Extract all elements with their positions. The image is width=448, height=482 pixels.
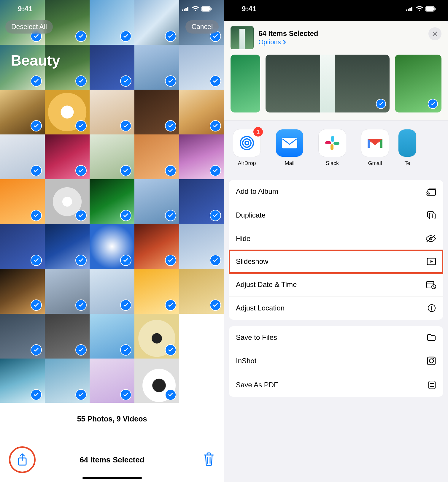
home-indicator: [82, 477, 142, 479]
photo-cell[interactable]: [134, 314, 179, 359]
photo-cell[interactable]: [179, 224, 224, 269]
photo-cell[interactable]: [90, 359, 134, 403]
svg-rect-3: [187, 7, 188, 11]
action-label: Add to Album: [236, 187, 278, 196]
photo-cell[interactable]: [0, 134, 45, 179]
close-icon: [432, 31, 438, 37]
preview-item[interactable]: [266, 55, 390, 112]
photo-cell[interactable]: [179, 314, 224, 359]
preview-item[interactable]: [231, 55, 260, 112]
photo-cell[interactable]: [45, 314, 90, 359]
photo-cell[interactable]: [45, 134, 90, 179]
photo-cell[interactable]: [0, 269, 45, 314]
app-label: Gmail: [368, 160, 382, 167]
app-share-row[interactable]: 1 AirDrop Mail Sla: [224, 120, 448, 173]
action-hide[interactable]: Hide: [229, 227, 443, 250]
action-adjust-location[interactable]: Adjust Location: [229, 297, 443, 320]
action-add-to-album[interactable]: Add to Album: [229, 180, 443, 203]
photo-cell[interactable]: [179, 90, 224, 134]
svg-rect-37: [433, 358, 434, 359]
battery-icon: [425, 6, 436, 12]
svg-rect-1: [184, 9, 185, 11]
eye-slash-icon: [425, 235, 436, 242]
info-circle-icon: [427, 304, 436, 313]
photo-cell[interactable]: [90, 90, 134, 134]
photo-cell[interactable]: [90, 179, 134, 224]
photo-cell[interactable]: [179, 359, 224, 403]
svg-rect-18: [282, 138, 297, 148]
photo-cell[interactable]: [179, 179, 224, 224]
app-gmail[interactable]: Gmail: [359, 129, 391, 167]
app-mail[interactable]: Mail: [273, 129, 306, 167]
photo-cell[interactable]: [45, 224, 90, 269]
photo-cell[interactable]: [0, 90, 45, 134]
photo-cell[interactable]: [45, 269, 90, 314]
action-inshot[interactable]: InShot: [229, 349, 443, 373]
gmail-icon: [361, 129, 389, 157]
photo-cell[interactable]: [134, 90, 179, 134]
duplicate-icon: [427, 210, 436, 220]
deselect-all-button[interactable]: Deselect All: [5, 20, 53, 34]
action-adjust-date[interactable]: Adjust Date & Time: [229, 273, 443, 297]
photo-cell[interactable]: [134, 224, 179, 269]
photo-cell[interactable]: [134, 45, 179, 90]
header-thumbnail: [231, 26, 254, 49]
photo-cell[interactable]: [0, 224, 45, 269]
svg-rect-21: [331, 144, 333, 150]
photo-cell[interactable]: [45, 359, 90, 403]
svg-point-16: [243, 139, 251, 147]
action-save-to-files[interactable]: Save to Files: [229, 326, 443, 349]
photo-cell[interactable]: [45, 90, 90, 134]
album-title: Beauty: [11, 52, 60, 69]
photo-cell[interactable]: [134, 359, 179, 403]
app-telegram[interactable]: Te: [401, 129, 413, 167]
photo-cell[interactable]: [134, 134, 179, 179]
app-airdrop[interactable]: 1 AirDrop: [231, 129, 263, 167]
svg-rect-9: [408, 9, 409, 11]
photo-cell[interactable]: [134, 179, 179, 224]
photo-cell[interactable]: [179, 269, 224, 314]
photo-cell[interactable]: [90, 314, 134, 359]
preview-row[interactable]: [224, 55, 448, 120]
svg-point-36: [429, 359, 433, 363]
action-label: Save to Files: [236, 333, 277, 342]
options-label: Options: [258, 38, 281, 46]
photo-cell[interactable]: [90, 224, 134, 269]
action-duplicate[interactable]: Duplicate: [229, 203, 443, 227]
wifi-icon: [416, 6, 423, 12]
left-phone: 9:41: [0, 0, 224, 482]
photo-cell[interactable]: [90, 45, 134, 90]
svg-rect-13: [426, 7, 434, 11]
action-slideshow[interactable]: Slideshow: [229, 250, 443, 273]
photo-cell[interactable]: [0, 314, 45, 359]
play-rect-icon: [427, 258, 436, 265]
preview-item[interactable]: [395, 55, 441, 112]
status-bar: 9:41: [0, 0, 224, 18]
folder-icon: [427, 334, 436, 341]
photo-cell[interactable]: [90, 134, 134, 179]
photo-cell[interactable]: [179, 45, 224, 90]
photo-cell[interactable]: [90, 269, 134, 314]
action-label: Adjust Date & Time: [236, 280, 297, 289]
photo-cell[interactable]: [0, 359, 45, 403]
svg-rect-11: [411, 7, 412, 11]
options-button[interactable]: Options: [258, 38, 318, 46]
photo-count-label: 55 Photos, 9 Videos: [77, 415, 147, 423]
app-label: Mail: [285, 160, 294, 167]
airdrop-badge: 1: [253, 127, 263, 137]
svg-rect-0: [182, 9, 183, 11]
action-label: InShot: [236, 357, 256, 365]
photo-cell[interactable]: [45, 179, 90, 224]
app-label: Slack: [326, 160, 339, 167]
photo-cell[interactable]: [134, 269, 179, 314]
svg-rect-10: [409, 8, 411, 11]
check-icon: [428, 99, 438, 109]
svg-rect-8: [406, 9, 407, 11]
photo-cell[interactable]: [179, 134, 224, 179]
photo-cell[interactable]: [0, 179, 45, 224]
slack-icon: [319, 129, 346, 157]
app-slack[interactable]: Slack: [316, 129, 349, 167]
action-save-as-pdf[interactable]: Save As PDF: [229, 373, 443, 397]
cancel-button[interactable]: Cancel: [185, 20, 219, 34]
close-button[interactable]: [428, 27, 441, 40]
